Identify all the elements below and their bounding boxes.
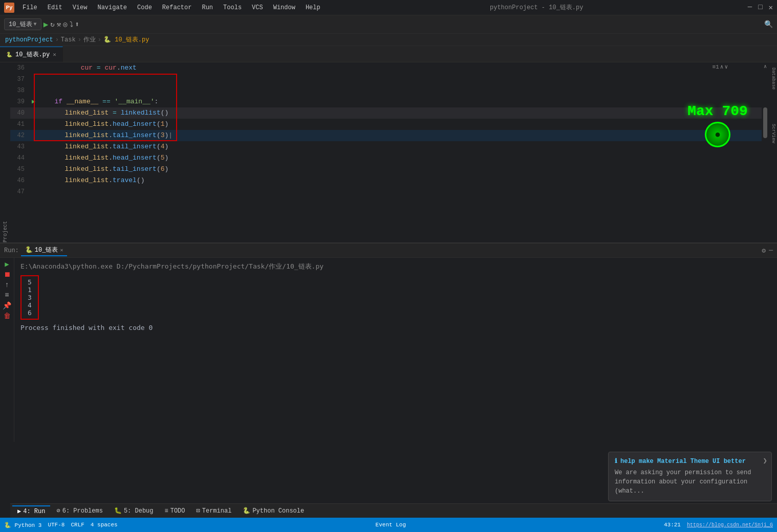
maximize-button[interactable]: □ [758, 3, 762, 12]
scroll-down-small[interactable]: ∨ [724, 63, 728, 70]
status-line-sep: CRLF [71, 522, 84, 528]
output-line-6: 6 [28, 309, 32, 317]
menu-code[interactable]: Code [132, 2, 157, 13]
run-button[interactable]: ▶ [44, 19, 49, 30]
menu-tools[interactable]: Tools [218, 2, 247, 13]
run-output-block: 5 1 3 4 6 [20, 275, 39, 320]
tab-10-linked-list[interactable]: 🐍 10_链表.py ✕ [0, 47, 63, 62]
editor-tabs: 🐍 10_链表.py ✕ [0, 46, 777, 62]
code-line-43: 43 linked_list.tail_insert(4) [10, 141, 769, 152]
notification-close-button[interactable]: ❯ [763, 456, 767, 465]
scroll-number-indicator: ≡1 ∧ ∨ [713, 63, 728, 70]
run-tab-label: 10_链表 [35, 246, 58, 254]
status-position: 43:21 [664, 522, 681, 528]
run-panel: Run: 🐍 10_链表 ✕ ⚙ ─ ▶ ⏹ ↑ ≡ 📌 🗑 E:\Anacon… [0, 242, 777, 442]
notification-info-icon: ℹ [615, 457, 617, 465]
run-pin-icon[interactable]: 📌 [3, 301, 11, 310]
breadcrumb-sep2: › [78, 36, 81, 43]
todo-icon: ≡ [165, 507, 168, 515]
game-overlay: Max 709 ● [677, 103, 759, 150]
run-rerun-icon[interactable]: ↑ [5, 281, 9, 289]
code-line-38: 38 [10, 85, 769, 96]
search-everywhere-icon[interactable]: 🔍 [764, 20, 773, 29]
menu-file[interactable]: File [17, 2, 42, 13]
breadcrumb: pythonProject › Task › 作业 › 🐍 10_链表.py [0, 34, 777, 46]
run-command-line: E:\Anaconda3\python.exe D:/PycharmProjec… [20, 262, 771, 271]
close-button[interactable]: ✕ [769, 3, 773, 12]
run-arrow-icon: ▶ [32, 96, 35, 107]
menu-view[interactable]: View [68, 2, 93, 13]
right-sidebar-labels: Database ScrView [769, 62, 777, 257]
output-line-4: 4 [28, 301, 32, 309]
notification-title: ℹ help make Material Theme UI better [615, 457, 765, 465]
run-settings-icon[interactable]: ⚙ [762, 247, 766, 255]
build-icon[interactable]: ⚒ [57, 20, 61, 29]
status-bar: 🐍 Python 3 UTF-8 CRLF 4 spaces Event Log… [0, 518, 777, 532]
coverage-icon[interactable]: ◎ [63, 20, 67, 29]
window-controls[interactable]: ─ □ ✕ [748, 3, 773, 12]
run-clear-icon[interactable]: 🗑 [4, 312, 11, 320]
code-view[interactable]: 36 cur = cur.next 37 38 39 ▶ if __name__… [10, 62, 769, 257]
game-coin-icon: ● [705, 122, 730, 147]
scrollbar-track[interactable] [763, 70, 767, 250]
notification-body: We are asking your permission to send in… [615, 468, 765, 496]
tab-todo[interactable]: ≡ TODO [160, 506, 190, 516]
scrollbar-thumb[interactable] [763, 107, 767, 138]
code-editor-area: 36 cur = cur.next 37 38 39 ▶ if __name__… [10, 62, 769, 257]
run-panel-controls: ⚙ ─ [762, 247, 773, 255]
run-tab-text: 4: Run [23, 508, 45, 515]
code-line-47: 47 [10, 186, 769, 197]
breadcrumb-task[interactable]: Task [61, 36, 76, 43]
menu-help[interactable]: Help [300, 2, 326, 13]
python-console-icon: 🐍 [243, 507, 250, 515]
scroll-up-small[interactable]: ∧ [720, 63, 724, 70]
tab-terminal[interactable]: ⊡ Terminal [191, 506, 237, 516]
output-line-1: 1 [28, 286, 32, 294]
run-scroll-icon[interactable]: ≡ [5, 291, 9, 299]
menu-navigate[interactable]: Navigate [92, 2, 132, 13]
process-exit-message: Process finished with exit code 0 [20, 324, 771, 331]
project-sidebar-label: 1: Project [0, 62, 10, 257]
tab-file-icon: 🐍 [6, 52, 12, 58]
breadcrumb-folder[interactable]: 作业 [83, 35, 96, 44]
minimize-button[interactable]: ─ [748, 3, 752, 12]
menu-window[interactable]: Window [268, 2, 300, 13]
tab-problems[interactable]: ⊘ 6: Problems [51, 506, 107, 516]
menu-run[interactable]: Run [197, 2, 218, 13]
menu-refactor[interactable]: Refactor [157, 2, 197, 13]
breadcrumb-sep3: › [98, 36, 101, 43]
run-minimize-icon[interactable]: ─ [769, 247, 773, 254]
status-bar-right: 43:21 https://blog.csdn.net/Snji_G [664, 522, 773, 528]
code-line-46: 46 linked_list.travel() [10, 175, 769, 186]
code-line-41: 41 linked_list.head_insert(1) [10, 119, 769, 130]
reload-icon[interactable]: ↻ [50, 20, 54, 29]
run-tab-left: Run: 🐍 10_链表 ✕ [4, 245, 67, 256]
run-stop-icon[interactable]: ⏹ [4, 271, 11, 279]
run-tab-main[interactable]: 🐍 10_链表 ✕ [21, 245, 68, 256]
scroll-up-icon[interactable]: ∧ [764, 63, 767, 70]
menu-bar: File Edit View Navigate Code Refactor Ru… [17, 2, 326, 13]
run-tab-close-icon[interactable]: ✕ [60, 247, 63, 253]
breadcrumb-project[interactable]: pythonProject [5, 36, 53, 43]
run-play-icon[interactable]: ▶ [5, 260, 9, 269]
event-log-label[interactable]: Event Log [376, 522, 406, 528]
menu-vcs[interactable]: VCS [247, 2, 268, 13]
run-config-selector[interactable]: 10_链表 ▼ [4, 18, 41, 30]
app-logo: Py [4, 3, 14, 13]
terminal-text: Terminal [202, 507, 232, 515]
tab-run[interactable]: ▶ 4: Run [12, 505, 50, 516]
tab-debug[interactable]: 🐛 5: Debug [109, 506, 159, 516]
step-over-icon[interactable]: ⤵ [70, 20, 73, 29]
run-config-dropdown-icon: ▼ [34, 21, 37, 27]
status-url[interactable]: https://blog.csdn.net/Snji_G [687, 522, 773, 528]
breadcrumb-file[interactable]: 🐍 10_链表.py [103, 35, 149, 44]
menu-edit[interactable]: Edit [42, 2, 68, 13]
code-line-45: 45 linked_list.tail_insert(6) [10, 164, 769, 175]
scrollview-label: ScrView [771, 124, 776, 143]
run-tab-icon: ▶ [17, 507, 21, 515]
commit-icon[interactable]: ⬆ [75, 20, 79, 29]
status-bar-left: 🐍 Python 3 UTF-8 CRLF 4 spaces [4, 522, 118, 528]
tab-close-icon[interactable]: ✕ [53, 51, 56, 58]
tab-python-console[interactable]: 🐍 Python Console [238, 506, 309, 516]
editor-scrollbar[interactable]: ∧ ∨ [762, 62, 769, 257]
